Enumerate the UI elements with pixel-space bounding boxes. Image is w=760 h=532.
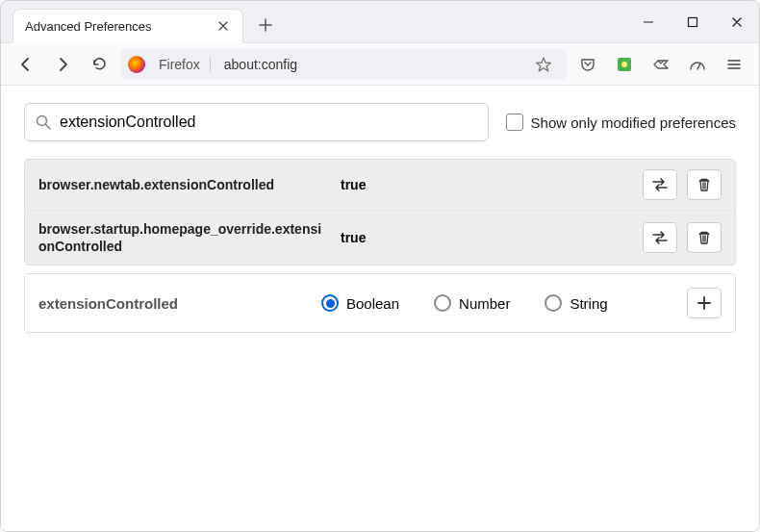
- svg-point-2: [621, 62, 627, 67]
- toggle-icon: [650, 230, 670, 245]
- pref-row[interactable]: browser.startup.homepage_override.extens…: [25, 211, 735, 265]
- radio-icon: [434, 294, 451, 312]
- browser-tab[interactable]: Advanced Preferences: [13, 9, 243, 43]
- window-controls: [626, 1, 759, 43]
- pref-table: browser.newtab.extensionControlled true …: [24, 159, 736, 266]
- radio-number[interactable]: Number: [434, 294, 510, 312]
- show-modified-toggle[interactable]: Show only modified preferences: [506, 114, 736, 131]
- pref-row[interactable]: browser.newtab.extensionControlled true: [25, 160, 735, 211]
- delete-button[interactable]: [687, 169, 722, 200]
- nav-toolbar: Firefox: [1, 43, 759, 86]
- pocket-icon[interactable]: [572, 49, 603, 80]
- pref-value: true: [341, 177, 629, 192]
- app-menu-button[interactable]: [719, 49, 749, 80]
- url-input[interactable]: [216, 57, 522, 72]
- forward-button[interactable]: [47, 49, 78, 80]
- maximize-button[interactable]: [671, 1, 715, 43]
- tab-title: Advanced Preferences: [25, 19, 215, 34]
- checkbox-icon[interactable]: [506, 114, 523, 131]
- url-bar[interactable]: Firefox: [120, 49, 567, 80]
- radio-label: String: [570, 295, 607, 312]
- delete-button[interactable]: [687, 222, 722, 253]
- pref-value: true: [341, 230, 629, 245]
- mail-icon[interactable]: [646, 49, 676, 80]
- minimize-button[interactable]: [626, 1, 671, 43]
- firefox-logo-icon: [128, 56, 145, 73]
- new-pref-row: extensionControlled Boolean Number Strin…: [24, 273, 736, 333]
- meter-icon[interactable]: [682, 49, 713, 80]
- trash-icon: [697, 230, 712, 245]
- radio-boolean[interactable]: Boolean: [321, 294, 399, 312]
- plus-icon: [697, 295, 712, 311]
- new-tab-button[interactable]: [251, 11, 280, 39]
- add-pref-button[interactable]: [687, 288, 722, 318]
- back-button[interactable]: [11, 49, 41, 80]
- svg-rect-0: [689, 17, 697, 26]
- extension-icon[interactable]: [609, 49, 640, 80]
- toggle-button[interactable]: [643, 222, 677, 253]
- toggle-icon: [650, 177, 670, 192]
- radio-label: Number: [459, 295, 510, 312]
- search-icon: [35, 114, 52, 131]
- show-modified-label: Show only modified preferences: [531, 114, 736, 131]
- radio-icon: [545, 294, 562, 312]
- reload-button[interactable]: [84, 49, 114, 80]
- pref-name: browser.newtab.extensionControlled: [38, 176, 327, 193]
- type-radio-group: Boolean Number String: [321, 294, 673, 312]
- trash-icon: [697, 177, 712, 192]
- pref-actions: [643, 222, 722, 253]
- search-row: Show only modified preferences: [24, 103, 736, 141]
- identity-label: Firefox: [155, 57, 211, 72]
- titlebar: Advanced Preferences: [1, 1, 759, 43]
- pref-search-input[interactable]: [60, 114, 478, 131]
- new-pref-name: extensionControlled: [38, 295, 308, 312]
- pref-name: browser.startup.homepage_override.extens…: [38, 220, 327, 255]
- close-tab-icon[interactable]: [215, 18, 231, 34]
- pref-search-box[interactable]: [24, 103, 489, 141]
- pref-actions: [643, 169, 722, 200]
- radio-string[interactable]: String: [545, 294, 607, 312]
- radio-icon: [321, 294, 339, 312]
- radio-label: Boolean: [346, 295, 399, 312]
- bookmark-star-icon[interactable]: [528, 49, 559, 80]
- toggle-button[interactable]: [643, 169, 677, 200]
- about-config-content: Show only modified preferences browser.n…: [1, 86, 759, 531]
- close-window-button[interactable]: [715, 1, 759, 43]
